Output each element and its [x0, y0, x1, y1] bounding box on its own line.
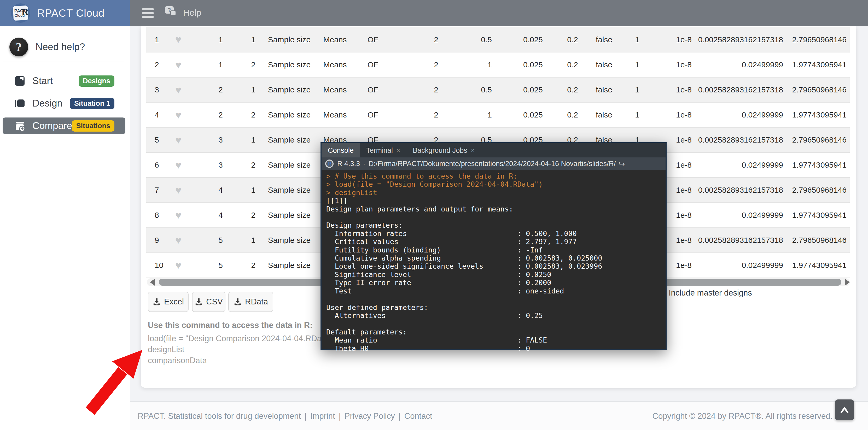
r-load-command: load(file = "Design Comparison 2024-04-0… [148, 333, 334, 344]
table-cell: 2 [146, 52, 164, 77]
export-csv-label: CSV [206, 297, 223, 306]
table-cell: 1.97743095941 [786, 52, 850, 77]
table-row[interactable]: 1♥11Sample sizeMeansOF20.50.0250.2false1… [146, 27, 850, 52]
table-row[interactable]: 4♥22Sample sizeMeansOF210.0250.2false11e… [146, 102, 850, 127]
console-line [326, 295, 665, 303]
scroll-to-top-button[interactable] [835, 399, 854, 420]
need-help-link[interactable]: ? Need help? [0, 34, 130, 60]
table-cell: 1 [226, 127, 258, 153]
footer: RPACT. Statistical tools for drug develo… [130, 401, 868, 430]
menu-toggle-icon[interactable] [142, 8, 154, 18]
table-cell: 5 [146, 127, 164, 153]
table-cell: 1.97743095941 [786, 153, 850, 177]
open-folder-arrow-icon[interactable]: ↪ [618, 159, 625, 168]
favorite-heart-icon[interactable]: ♥ [164, 127, 192, 153]
favorite-heart-icon[interactable]: ♥ [164, 77, 192, 102]
export-excel-button[interactable]: Excel [148, 292, 189, 312]
sidebar-item-design[interactable]: Design Situation 1 [3, 95, 125, 112]
table-row[interactable]: 3♥21Sample sizeMeansOF20.50.0250.2false1… [146, 77, 850, 102]
table-cell: 0.002582893162157318 [695, 77, 786, 102]
privacy-policy-link[interactable]: Privacy Policy [344, 411, 395, 421]
table-cell: Sample size [258, 102, 320, 127]
chevron-up-icon [839, 406, 850, 414]
tab-console[interactable]: Console [321, 143, 360, 158]
table-cell: 0.5 [441, 77, 495, 102]
close-icon[interactable]: × [471, 147, 475, 154]
screen: PACT Cloud R RPACT Cloud ? Need help? St… [0, 0, 868, 430]
table-cell: Means [320, 27, 350, 52]
working-directory-path[interactable]: D:/Firma/RPACT/Dokumente/presentations/2… [369, 160, 616, 168]
favorite-heart-icon[interactable]: ♥ [164, 228, 192, 253]
sidebar-item-compare[interactable]: Compare Situations [3, 118, 125, 134]
close-icon[interactable]: × [397, 147, 400, 154]
help-button[interactable]: ? Help [165, 6, 202, 19]
table-cell: 2 [396, 52, 441, 77]
console-line: Cumulative alpha spending : 0.002583, 0.… [326, 254, 665, 262]
console-line: Critical values : 2.797, 1.977 [326, 238, 665, 246]
table-cell: 0.025 [495, 27, 546, 52]
table-cell: 2 [192, 102, 226, 127]
favorite-heart-icon[interactable]: ♥ [164, 153, 192, 177]
table-cell: 0.025 [495, 52, 546, 77]
favorite-heart-icon[interactable]: ♥ [164, 253, 192, 278]
rstudio-console-window: Console Terminal× Background Jobs× R R 4… [320, 142, 666, 350]
r-access-block: Use this command to access the data in R… [148, 321, 334, 366]
console-output[interactable]: > # Use this command to access the data … [321, 170, 665, 353]
table-cell: 2 [396, 27, 441, 52]
table-cell: Sample size [258, 253, 320, 278]
table-cell: 1 [441, 102, 495, 127]
r-logo-icon: R [325, 160, 334, 168]
favorite-heart-icon[interactable]: ♥ [164, 27, 192, 52]
table-cell: 2 [226, 52, 258, 77]
favorite-heart-icon[interactable]: ♥ [164, 177, 192, 203]
table-cell: 7 [146, 177, 164, 203]
favorite-heart-icon[interactable]: ♥ [164, 102, 192, 127]
designs-badge: Designs [79, 75, 115, 87]
console-line: User defined parameters: [326, 303, 665, 311]
sidebar-divider [3, 62, 124, 62]
favorite-heart-icon[interactable]: ♥ [164, 52, 192, 77]
help-label: Help [183, 7, 202, 18]
table-cell: OF [350, 102, 396, 127]
sidebar-item-start[interactable]: Start Designs [3, 73, 125, 89]
table-cell: 1 [627, 27, 643, 52]
console-line: Significance level : 0.0250 [326, 270, 665, 278]
console-tabbar: Console Terminal× Background Jobs× [321, 143, 665, 158]
scroll-left-icon[interactable] [150, 279, 155, 286]
table-cell: Sample size [258, 228, 320, 253]
console-line: > designList [326, 189, 665, 197]
table-cell: 1 [441, 52, 495, 77]
table-cell: 2.79650968146 [786, 177, 850, 203]
table-cell: 2 [226, 253, 258, 278]
table-cell: 0.025 [495, 102, 546, 127]
tab-terminal[interactable]: Terminal× [360, 143, 406, 158]
console-line [326, 213, 665, 221]
console-line: Test : one-sided [326, 287, 665, 295]
contact-link[interactable]: Contact [404, 411, 432, 421]
export-rdata-button[interactable]: RData [228, 292, 273, 312]
tab-background-jobs[interactable]: Background Jobs× [406, 143, 481, 158]
include-master-designs-checkbox-label[interactable]: Include master designs [669, 288, 752, 298]
table-cell: 0.02499999 [695, 253, 786, 278]
table-cell: Sample size [258, 203, 320, 228]
table-cell: 2.79650968146 [786, 27, 850, 52]
table-cell: 0.002582893162157318 [695, 27, 786, 52]
console-line: Futility bounds (binding) : -Inf [326, 246, 665, 254]
imprint-link[interactable]: Imprint [310, 411, 335, 421]
table-cell: Means [320, 102, 350, 127]
table-cell: 0.025 [495, 77, 546, 102]
table-cell: Sample size [258, 127, 320, 153]
favorite-heart-icon[interactable]: ♥ [164, 203, 192, 228]
export-csv-button[interactable]: CSV [192, 292, 225, 312]
table-cell: 1.97743095941 [786, 253, 850, 278]
table-cell: 1e-8 [643, 52, 695, 77]
console-line: Type II error rate : 0.2000 [326, 278, 665, 287]
design-icon [14, 98, 26, 109]
sidebar-header: PACT Cloud R RPACT Cloud [0, 0, 130, 26]
table-row[interactable]: 2♥12Sample sizeMeansOF210.0250.2false11e… [146, 52, 850, 77]
console-line: Design plan parameters and output for me… [326, 205, 665, 213]
app-title: RPACT Cloud [37, 7, 105, 19]
scroll-right-icon[interactable] [845, 279, 850, 286]
table-cell: 0.2 [546, 102, 581, 127]
table-cell: 9 [146, 228, 164, 253]
